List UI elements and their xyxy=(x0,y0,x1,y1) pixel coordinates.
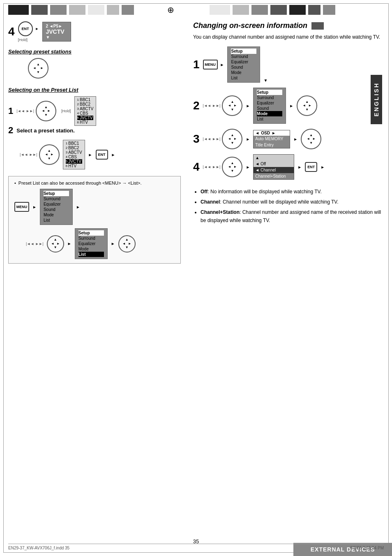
footer-left: EN29-37_KW-AVX706J_f.indd 35 xyxy=(8,546,69,550)
footer-right: 8/3/06 2:15:04 PM xyxy=(350,546,384,550)
page-footer: EN29-37_KW-AVX706J_f.indd 35 8/3/06 2:15… xyxy=(8,544,384,550)
page-border xyxy=(3,3,389,553)
